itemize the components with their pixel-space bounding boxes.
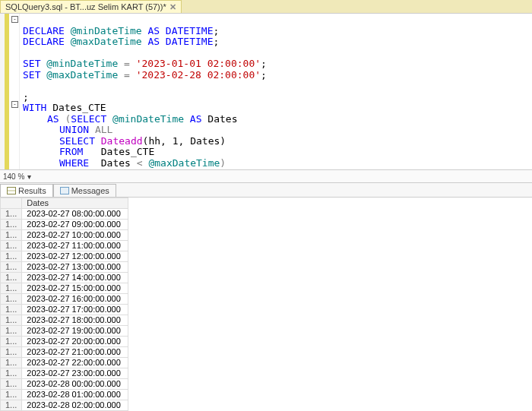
row-number: 1... <box>1 305 22 315</box>
results-grid[interactable]: Dates 1...2023-02-27 08:00:00.0001...202… <box>0 198 532 411</box>
row-number: 1... <box>1 283 22 294</box>
fold-toggle-icon[interactable]: - <box>11 101 18 108</box>
results-tabstrip: Results Messages <box>0 183 532 198</box>
tab-title: SQLQuery3.sql - BT...uz Selim KART (57))… <box>5 2 166 11</box>
fold-gutter: - - <box>9 14 20 169</box>
tab-results[interactable]: Results <box>0 184 53 197</box>
table-row[interactable]: 1...2023-02-28 01:00:00.000 <box>1 390 128 400</box>
table-row[interactable]: 1...2023-02-28 00:00:00.000 <box>1 379 128 390</box>
table-row[interactable]: 1...2023-02-27 18:00:00.000 <box>1 315 128 326</box>
table-row[interactable]: 1...2023-02-27 09:00:00.000 <box>1 220 128 230</box>
close-icon[interactable]: ✕ <box>169 2 176 12</box>
table-row[interactable]: 1...2023-02-27 13:00:00.000 <box>1 262 128 273</box>
messages-icon <box>60 187 69 194</box>
table-row[interactable]: 1...2023-02-27 08:00:00.000 <box>1 209 128 220</box>
row-number: 1... <box>1 400 22 411</box>
row-number: 1... <box>1 337 22 347</box>
cell-value: 2023-02-27 19:00:00.000 <box>22 326 128 337</box>
row-number: 1... <box>1 273 22 283</box>
table-row[interactable]: 1...2023-02-27 15:00:00.000 <box>1 283 128 294</box>
table-row[interactable]: 1...2023-02-27 16:00:00.000 <box>1 294 128 305</box>
table-row[interactable]: 1...2023-02-27 23:00:00.000 <box>1 368 128 379</box>
row-number: 1... <box>1 358 22 368</box>
document-tabbar: SQLQuery3.sql - BT...uz Selim KART (57))… <box>0 0 532 14</box>
cell-value: 2023-02-27 08:00:00.000 <box>22 209 128 220</box>
tab-label: Results <box>18 186 46 195</box>
row-number: 1... <box>1 241 22 251</box>
tab-label: Messages <box>71 186 109 195</box>
cell-value: 2023-02-27 12:00:00.000 <box>22 251 128 262</box>
cell-value: 2023-02-27 16:00:00.000 <box>22 294 128 305</box>
table-row[interactable]: 1...2023-02-27 21:00:00.000 <box>1 347 128 358</box>
cell-value: 2023-02-27 18:00:00.000 <box>22 315 128 326</box>
cell-value: 2023-02-27 17:00:00.000 <box>22 305 128 315</box>
table-row[interactable]: 1...2023-02-27 20:00:00.000 <box>1 337 128 347</box>
document-tab[interactable]: SQLQuery3.sql - BT...uz Selim KART (57))… <box>0 0 182 13</box>
row-number: 1... <box>1 347 22 358</box>
grid-icon <box>7 187 16 194</box>
sql-editor[interactable]: - - DECLARE @minDateTime AS DATETIME; DE… <box>0 14 532 170</box>
row-number: 1... <box>1 326 22 337</box>
cell-value: 2023-02-27 14:00:00.000 <box>22 273 128 283</box>
cell-value: 2023-02-27 11:00:00.000 <box>22 241 128 251</box>
cell-value: 2023-02-28 02:00:00.000 <box>22 400 128 411</box>
code-text[interactable]: DECLARE @minDateTime AS DATETIME; DECLAR… <box>20 14 270 169</box>
cell-value: 2023-02-27 09:00:00.000 <box>22 220 128 230</box>
column-header[interactable]: Dates <box>22 198 128 209</box>
chevron-down-icon[interactable]: ▾ <box>27 172 31 181</box>
row-number: 1... <box>1 209 22 220</box>
row-number: 1... <box>1 251 22 262</box>
cell-value: 2023-02-27 22:00:00.000 <box>22 358 128 368</box>
cell-value: 2023-02-27 10:00:00.000 <box>22 230 128 241</box>
row-number: 1... <box>1 368 22 379</box>
row-number: 1... <box>1 294 22 305</box>
row-number: 1... <box>1 220 22 230</box>
fold-toggle-icon[interactable]: - <box>11 16 18 23</box>
row-number: 1... <box>1 262 22 273</box>
table-row[interactable]: 1...2023-02-27 17:00:00.000 <box>1 305 128 315</box>
cell-value: 2023-02-27 23:00:00.000 <box>22 368 128 379</box>
row-number: 1... <box>1 390 22 400</box>
table-row[interactable]: 1...2023-02-27 22:00:00.000 <box>1 358 128 368</box>
cell-value: 2023-02-27 20:00:00.000 <box>22 337 128 347</box>
table-row[interactable]: 1...2023-02-27 11:00:00.000 <box>1 241 128 251</box>
table-row[interactable]: 1...2023-02-27 12:00:00.000 <box>1 251 128 262</box>
tab-messages[interactable]: Messages <box>53 184 116 197</box>
zoom-bar: 140 % ▾ <box>0 170 532 183</box>
cell-value: 2023-02-28 00:00:00.000 <box>22 379 128 390</box>
row-number: 1... <box>1 230 22 241</box>
ssms-window: SQLQuery3.sql - BT...uz Selim KART (57))… <box>0 0 532 411</box>
zoom-value[interactable]: 140 % <box>3 172 24 181</box>
cell-value: 2023-02-27 21:00:00.000 <box>22 347 128 358</box>
row-number: 1... <box>1 315 22 326</box>
cell-value: 2023-02-28 01:00:00.000 <box>22 390 128 400</box>
cell-value: 2023-02-27 13:00:00.000 <box>22 262 128 273</box>
table-row[interactable]: 1...2023-02-27 19:00:00.000 <box>1 326 128 337</box>
results-table: Dates 1...2023-02-27 08:00:00.0001...202… <box>0 198 128 411</box>
table-row[interactable]: 1...2023-02-28 02:00:00.000 <box>1 400 128 411</box>
row-number: 1... <box>1 379 22 390</box>
cell-value: 2023-02-27 15:00:00.000 <box>22 283 128 294</box>
table-row[interactable]: 1...2023-02-27 14:00:00.000 <box>1 273 128 283</box>
table-row[interactable]: 1...2023-02-27 10:00:00.000 <box>1 230 128 241</box>
row-number-header[interactable] <box>1 198 22 209</box>
